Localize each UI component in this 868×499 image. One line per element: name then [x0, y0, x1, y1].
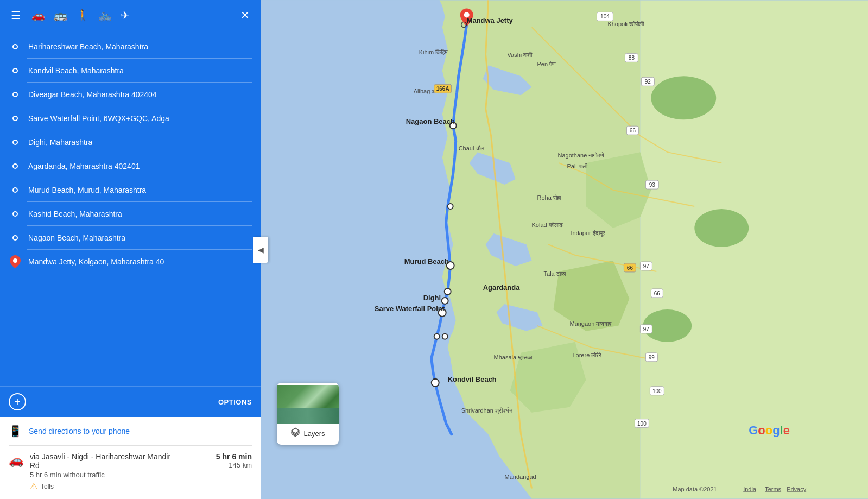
waypoint-dot-6 — [12, 187, 18, 193]
waypoint-item-5[interactable]: Agardanda, Maharashtra 402401 — [0, 154, 261, 178]
menu-icon: ☰ — [11, 9, 21, 22]
options-label: OPTIONS — [218, 398, 252, 406]
terms-link[interactable]: India — [743, 486, 757, 492]
warning-icon: ⚠ — [30, 481, 37, 491]
waypoint-icon-7 — [9, 207, 22, 220]
svg-point-2 — [651, 76, 716, 119]
label-roha: Roha रोहा — [537, 194, 561, 201]
route-via: via Jasavli - Nigdi - Harihareshwar Mand… — [30, 452, 182, 470]
label-dighi: Dighi — [423, 294, 441, 302]
label-agardanda: Agardanda — [483, 283, 521, 292]
close-icon: ✕ — [240, 9, 250, 22]
label-mandwa-jetty: Mandwa Jetty — [467, 16, 514, 24]
waypoint-item-3[interactable]: Sarve Waterfall Point, 6WQX+GQC, Adga — [0, 106, 261, 130]
label-khopoli: Khopoli खोपोली — [607, 21, 644, 27]
send-directions-link[interactable]: Send directions to your phone — [29, 427, 130, 435]
waypoint-icon-5 — [9, 160, 22, 173]
waypoint-item-4[interactable]: Dighi, Maharashtra — [0, 130, 261, 154]
collapse-handle[interactable]: ◀ — [253, 237, 268, 263]
route-sub: 5 hr 6 min without traffic — [30, 471, 252, 479]
waypoint-dot-8 — [12, 235, 18, 241]
menu-button[interactable]: ☰ — [8, 5, 24, 25]
collapse-arrow-icon: ◀ — [258, 245, 264, 254]
label-murud-beach: Murud Beach — [404, 257, 449, 266]
transport-mode-walking[interactable]: 🚶 — [73, 5, 93, 25]
waypoint-label-6: Murud Beach, Murud, Maharashtra — [28, 186, 146, 194]
svg-text:99: 99 — [649, 355, 655, 361]
waypoint-item-0[interactable]: Harihareshwar Beach, Maharashtra — [0, 35, 261, 59]
close-button[interactable]: ✕ — [237, 5, 253, 25]
transport-mode-cycling[interactable]: 🚲 — [95, 5, 115, 25]
waypoint-dot-3 — [12, 116, 18, 121]
waypoint-item-1[interactable]: Kondvil Beach, Maharashtra — [0, 59, 261, 83]
waypoints-list: Harihareshwar Beach, Maharashtra Kondvil… — [0, 30, 261, 386]
label-kihim: Kihim किहिम — [419, 49, 448, 55]
waypoint-label-7: Kashid Beach, Maharashtra — [28, 210, 122, 218]
label-nagothane: Nagothane नागोठणे — [558, 152, 605, 159]
label-vashi: Vashi वाशी — [508, 52, 533, 58]
waypoint-dot-4 — [12, 140, 18, 145]
transport-mode-transit[interactable]: 🚌 — [50, 5, 71, 25]
add-stop-button[interactable]: + — [9, 393, 26, 410]
waypoint-dot-1 — [12, 68, 18, 73]
transport-mode-driving[interactable]: 🚗 — [28, 5, 48, 25]
label-tala: Tala टाळा — [544, 270, 566, 277]
terms-link2[interactable]: Terms — [765, 486, 781, 492]
options-button[interactable]: OPTIONS — [218, 398, 252, 406]
waypoint-item-8[interactable]: Nagaon Beach, Maharashtra — [0, 226, 261, 250]
layers-thumbnail — [277, 385, 339, 424]
waypoint-label-9: Mandwa Jetty, Kolgaon, Maharashtra 40 — [28, 257, 164, 266]
svg-text:66: 66 — [627, 265, 633, 271]
waypoint-item-2[interactable]: Diveagar Beach, Maharashtra 402404 — [0, 83, 261, 106]
send-icon: 📱 — [9, 425, 22, 438]
label-pali: Pali पाली — [567, 163, 587, 169]
route-point-kondvil — [432, 379, 439, 387]
route-point-dighi — [442, 298, 448, 304]
map-attribution: Map data ©2021 — [673, 486, 717, 492]
waypoint-item-7[interactable]: Kashid Beach, Maharashtra — [0, 202, 261, 226]
add-stop-row: + OPTIONS — [0, 386, 261, 417]
waypoint-dot-5 — [12, 163, 18, 169]
add-icon: + — [14, 396, 21, 408]
route-point-mid3 — [442, 334, 448, 339]
layers-label: Layers — [303, 429, 325, 438]
label-sarve: Sarve Waterfall Point — [375, 305, 445, 313]
privacy-link[interactable]: Privacy — [787, 486, 807, 492]
route-info: via Jasavli - Nigdi - Harihareshwar Mand… — [30, 452, 252, 491]
route-distance: 145 km — [216, 461, 252, 469]
waypoint-icon-1 — [9, 64, 22, 77]
label-kondvil: Kondvil Beach — [448, 375, 497, 383]
waypoint-icon-8 — [9, 231, 22, 244]
svg-text:100: 100 — [652, 388, 662, 394]
route-point-agardanda — [445, 288, 451, 295]
layers-icon — [290, 427, 300, 439]
google-logo: Google — [749, 424, 790, 437]
layers-label-row: Layers — [277, 424, 339, 443]
svg-text:88: 88 — [629, 55, 635, 61]
route-car-icon: 🚗 — [9, 453, 23, 468]
waypoint-icon-6 — [9, 184, 22, 197]
waypoint-dot-0 — [12, 44, 18, 49]
layers-button[interactable]: Layers — [277, 383, 339, 445]
waypoint-label-2: Diveagar Beach, Maharashtra 402404 — [28, 90, 157, 99]
road-label-104: 104 — [600, 14, 610, 20]
waypoint-icon-2 — [9, 88, 22, 101]
waypoint-item-9[interactable]: Mandwa Jetty, Kolgaon, Maharashtra 40 — [0, 250, 261, 274]
svg-point-3 — [694, 209, 749, 247]
label-mhasala: Mhasala म्हासळा — [494, 354, 533, 361]
label-indapur: Indapur इंदापूर — [571, 230, 605, 237]
svg-text:166A: 166A — [436, 86, 449, 92]
waypoint-label-5: Agardanda, Maharashtra 402401 — [28, 162, 140, 170]
waypoint-icon-3 — [9, 112, 22, 125]
transport-mode-flight[interactable]: ✈ — [117, 5, 133, 25]
route-point-mid1 — [448, 204, 453, 209]
map-area[interactable]: Mandwa Jetty Nagaon Beach Murud Beach Ag… — [261, 0, 868, 499]
route-option[interactable]: 🚗 via Jasavli - Nigdi - Harihareshwar Ma… — [9, 452, 252, 491]
svg-text:100: 100 — [637, 421, 647, 427]
sidebar: ☰ 🚗 🚌 🚶 🚲 ✈ ✕ Harihareshwar Beach, Mahar… — [0, 0, 261, 499]
waypoint-label-8: Nagaon Beach, Maharashtra — [28, 233, 125, 242]
waypoint-item-6[interactable]: Murud Beach, Murud, Maharashtra — [0, 178, 261, 202]
waypoint-icon-0 — [9, 40, 22, 53]
label-shrivardhan: Shrivardhan श्रीवर्धन — [461, 407, 513, 414]
waypoint-label-0: Harihareshwar Beach, Maharashtra — [28, 42, 148, 51]
